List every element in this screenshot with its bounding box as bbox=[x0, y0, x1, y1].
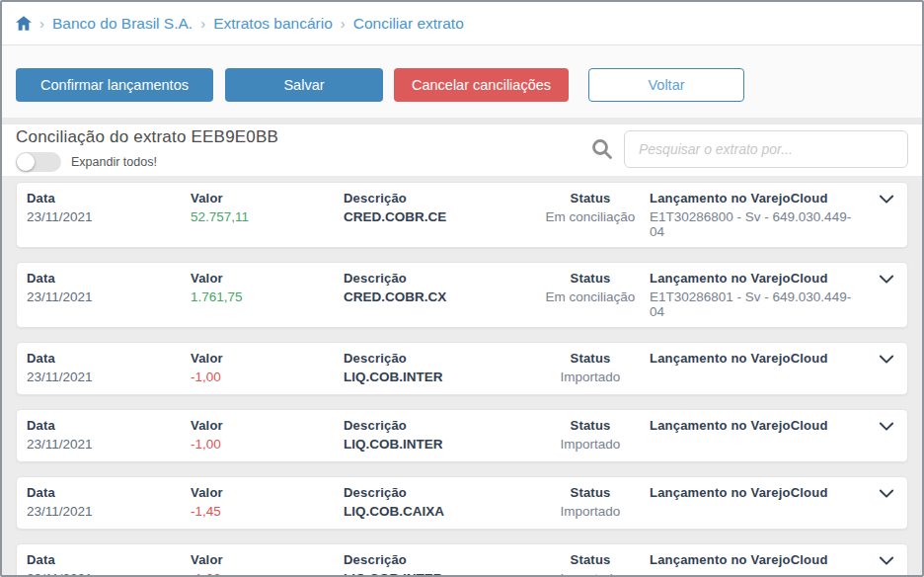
column-header-data: Data bbox=[27, 485, 191, 500]
row-value: 52.757,11 bbox=[191, 209, 344, 224]
column-header-lancamento: Lançamento no VarejoCloud bbox=[650, 552, 866, 567]
row-date: 23/11/2021 bbox=[27, 370, 191, 384]
chevron-down-icon[interactable] bbox=[866, 552, 895, 568]
column-header-valor: Valor bbox=[191, 418, 344, 433]
cell-valor: Valor 1.761,75 bbox=[191, 271, 344, 304]
statement-list: Data 23/11/2021 Valor 52.757,11 Descriçã… bbox=[2, 176, 922, 577]
column-header-valor: Valor bbox=[191, 271, 344, 286]
cell-data: Data 23/11/2021 bbox=[27, 191, 191, 224]
column-header-data: Data bbox=[27, 271, 191, 286]
statement-row: Data 23/11/2021 Valor -1,45 Descrição LI… bbox=[16, 476, 908, 530]
column-header-lancamento: Lançamento no VarejoCloud bbox=[650, 418, 866, 433]
column-header-status: Status bbox=[541, 351, 640, 366]
cell-data: Data 23/11/2021 bbox=[27, 271, 191, 304]
statement-row: Data 23/11/2021 Valor -1,00 Descrição LI… bbox=[16, 342, 908, 395]
conciliar-extrato-page: › Banco do Brasil S.A. › Extratos bancár… bbox=[0, 0, 924, 577]
row-description: CRED.COBR.CE bbox=[344, 209, 541, 224]
row-description: CRED.COBR.CX bbox=[344, 289, 541, 304]
breadcrumb: › Banco do Brasil S.A. › Extratos bancár… bbox=[2, 2, 922, 45]
column-header-status: Status bbox=[541, 552, 640, 567]
breadcrumb-item-extratos[interactable]: Extratos bancário bbox=[213, 15, 333, 33]
chevron-down-icon[interactable] bbox=[866, 418, 895, 434]
cell-lancamento: Lançamento no VarejoCloud E1T30286800 - … bbox=[640, 191, 866, 239]
cell-descricao: Descrição CRED.COBR.CE bbox=[344, 191, 541, 224]
home-icon[interactable] bbox=[16, 16, 32, 31]
row-value: -1,00 bbox=[191, 370, 344, 384]
cell-valor: Valor 52.757,11 bbox=[191, 191, 344, 224]
section-divider bbox=[2, 118, 922, 124]
chevron-down-icon[interactable] bbox=[866, 351, 895, 367]
row-value: -1,00 bbox=[191, 571, 344, 577]
breadcrumb-separator: › bbox=[38, 15, 45, 32]
statement-row: Data 23/11/2021 Valor -1,00 Descrição LI… bbox=[16, 409, 908, 462]
column-header-status: Status bbox=[541, 485, 640, 500]
statement-row: Data 23/11/2021 Valor 1.761,75 Descrição… bbox=[16, 262, 908, 328]
cell-lancamento: Lançamento no VarejoCloud bbox=[640, 418, 866, 437]
row-description: LIQ.COB.INTER bbox=[344, 437, 541, 452]
row-date: 23/11/2021 bbox=[27, 504, 191, 519]
chevron-down-icon[interactable] bbox=[866, 191, 895, 206]
cell-data: Data 23/11/2021 bbox=[27, 552, 191, 577]
column-header-data: Data bbox=[27, 418, 191, 433]
column-header-data: Data bbox=[27, 351, 191, 366]
search-input[interactable] bbox=[624, 130, 908, 168]
column-header-descricao: Descrição bbox=[344, 191, 541, 206]
column-header-descricao: Descrição bbox=[344, 552, 541, 567]
cell-descricao: Descrição LIQ.COB.INTER bbox=[344, 418, 541, 452]
cell-lancamento: Lançamento no VarejoCloud bbox=[640, 485, 866, 504]
cancel-reconciliations-button[interactable]: Cancelar canciliações bbox=[394, 68, 569, 102]
page-title: Conciliação do extrato EEB9E0BB bbox=[16, 127, 278, 147]
breadcrumb-item-conciliar: Conciliar extrato bbox=[353, 15, 464, 33]
confirm-entries-button[interactable]: Confirmar lançamentos bbox=[16, 68, 213, 102]
breadcrumb-separator: › bbox=[199, 15, 206, 32]
row-date: 23/11/2021 bbox=[27, 571, 191, 577]
cell-status: Status Em conciliação bbox=[541, 271, 640, 304]
row-status: Importado bbox=[541, 370, 640, 384]
cell-valor: Valor -1,00 bbox=[191, 351, 344, 384]
back-button[interactable]: Voltar bbox=[588, 68, 744, 102]
column-header-data: Data bbox=[27, 191, 191, 206]
row-description: LIQ.COB.INTER bbox=[344, 370, 541, 384]
row-status: Em conciliação bbox=[541, 209, 640, 224]
chevron-down-icon[interactable] bbox=[866, 271, 895, 287]
column-header-valor: Valor bbox=[191, 485, 344, 500]
row-value: -1,00 bbox=[191, 437, 344, 452]
cell-status: Status Importado bbox=[541, 485, 640, 519]
breadcrumb-item-banco[interactable]: Banco do Brasil S.A. bbox=[52, 15, 192, 33]
row-lancamento: E1T30286800 - Sv - 649.030.449-04 bbox=[650, 209, 866, 239]
row-status: Em conciliação bbox=[541, 289, 640, 304]
row-date: 23/11/2021 bbox=[27, 209, 191, 224]
statement-section-header: Conciliação do extrato EEB9E0BB Expandir… bbox=[2, 124, 922, 176]
statement-row: Data 23/11/2021 Valor 52.757,11 Descriçã… bbox=[16, 182, 908, 248]
column-header-descricao: Descrição bbox=[344, 351, 541, 366]
column-header-valor: Valor bbox=[191, 191, 344, 206]
cell-lancamento: Lançamento no VarejoCloud bbox=[640, 552, 866, 571]
action-toolbar: Confirmar lançamentos Salvar Cancelar ca… bbox=[2, 45, 922, 118]
cell-lancamento: Lançamento no VarejoCloud E1T30286801 - … bbox=[640, 271, 866, 319]
column-header-lancamento: Lançamento no VarejoCloud bbox=[650, 271, 866, 286]
save-button[interactable]: Salvar bbox=[225, 68, 383, 102]
cell-data: Data 23/11/2021 bbox=[27, 351, 191, 384]
cell-status: Status Importado bbox=[541, 351, 640, 384]
cell-descricao: Descrição LIQ.COB.INTER bbox=[344, 552, 541, 577]
expand-all-label: Expandir todos! bbox=[71, 155, 157, 169]
column-header-descricao: Descrição bbox=[344, 485, 541, 500]
chevron-down-icon[interactable] bbox=[866, 485, 895, 501]
row-status: Importado bbox=[541, 504, 640, 519]
cell-status: Status Importado bbox=[541, 552, 640, 577]
column-header-valor: Valor bbox=[191, 351, 344, 366]
cell-valor: Valor -1,45 bbox=[191, 485, 344, 519]
cell-descricao: Descrição LIQ.COB.INTER bbox=[344, 351, 541, 384]
column-header-status: Status bbox=[541, 271, 640, 286]
expand-all-toggle[interactable] bbox=[16, 152, 61, 172]
row-status: Importado bbox=[541, 571, 640, 577]
row-value: -1,45 bbox=[191, 504, 344, 519]
row-date: 23/11/2021 bbox=[27, 289, 191, 304]
row-value: 1.761,75 bbox=[191, 289, 344, 304]
cell-status: Status Importado bbox=[541, 418, 640, 452]
cell-valor: Valor -1,00 bbox=[191, 552, 344, 577]
cell-descricao: Descrição CRED.COBR.CX bbox=[344, 271, 541, 304]
cell-descricao: Descrição LIQ.COB.CAIXA bbox=[344, 485, 541, 519]
column-header-descricao: Descrição bbox=[344, 418, 541, 433]
row-lancamento: E1T30286801 - Sv - 649.030.449-04 bbox=[650, 289, 866, 319]
